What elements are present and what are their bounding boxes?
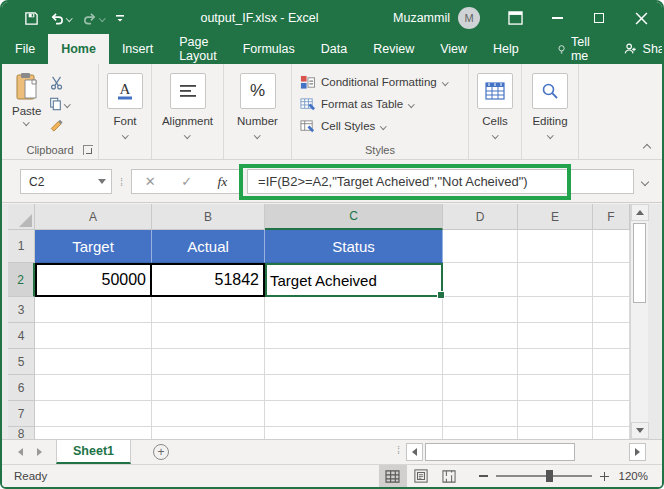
- prev-sheet-icon[interactable]: [18, 448, 23, 456]
- alignment-dropdown-icon[interactable]: [184, 132, 190, 138]
- cell[interactable]: [443, 401, 518, 427]
- cell[interactable]: [593, 349, 630, 375]
- number-dropdown-icon[interactable]: [254, 132, 260, 138]
- row-header-6[interactable]: 6: [8, 375, 35, 401]
- cell[interactable]: [35, 401, 152, 427]
- vertical-scroll-thumb[interactable]: [633, 223, 646, 303]
- editing-dropdown-icon[interactable]: [547, 132, 553, 138]
- cell[interactable]: [35, 375, 152, 401]
- tab-help[interactable]: Help: [480, 34, 532, 64]
- tab-review[interactable]: Review: [360, 34, 427, 64]
- column-header-a[interactable]: A: [35, 204, 152, 230]
- format-painter-icon[interactable]: [49, 118, 64, 132]
- paste-button[interactable]: Paste: [12, 72, 41, 132]
- select-all-button[interactable]: [8, 204, 35, 230]
- row-header-1[interactable]: 1: [8, 230, 35, 263]
- cell[interactable]: [518, 323, 593, 349]
- cell[interactable]: [443, 349, 518, 375]
- tab-view[interactable]: View: [427, 34, 480, 64]
- collapse-ribbon-icon[interactable]: [643, 144, 651, 152]
- format-as-table-dropdown-icon[interactable]: [408, 101, 414, 107]
- column-header-d[interactable]: D: [443, 204, 518, 230]
- cell[interactable]: [443, 375, 518, 401]
- cell[interactable]: [443, 230, 518, 263]
- copy-dropdown-icon[interactable]: [64, 101, 70, 107]
- cells-group[interactable]: Cells: [469, 64, 522, 159]
- tab-data[interactable]: Data: [308, 34, 360, 64]
- font-group[interactable]: A Font: [99, 64, 152, 159]
- cell[interactable]: [443, 323, 518, 349]
- cell[interactable]: [265, 375, 443, 401]
- scroll-up-icon[interactable]: [631, 204, 649, 221]
- cell[interactable]: [152, 401, 265, 427]
- cell[interactable]: [265, 297, 443, 323]
- zoom-slider[interactable]: [496, 475, 592, 477]
- minimize-button[interactable]: [536, 2, 578, 34]
- horizontal-scroll-thumb[interactable]: [425, 443, 575, 461]
- redo-dropdown-icon[interactable]: [99, 15, 105, 21]
- conditional-formatting-button[interactable]: Conditional Formatting: [300, 71, 468, 93]
- tab-page-layout[interactable]: Page Layout: [166, 34, 230, 64]
- cancel-icon[interactable]: ✕: [145, 174, 156, 189]
- cell[interactable]: [518, 401, 593, 427]
- cell[interactable]: [35, 297, 152, 323]
- vertical-scrollbar[interactable]: [630, 204, 648, 439]
- scroll-down-icon[interactable]: [631, 422, 649, 439]
- row-header-3[interactable]: 3: [8, 297, 35, 323]
- cell-B1[interactable]: Actual: [152, 230, 265, 263]
- page-layout-view-icon[interactable]: [407, 465, 435, 488]
- cell[interactable]: [443, 297, 518, 323]
- cell-styles-dropdown-icon[interactable]: [380, 123, 386, 129]
- cell[interactable]: [593, 263, 630, 297]
- cell[interactable]: [152, 349, 265, 375]
- cell[interactable]: [265, 349, 443, 375]
- cell[interactable]: [518, 263, 593, 297]
- cut-icon[interactable]: [49, 76, 65, 90]
- name-box-dropdown-icon[interactable]: [93, 170, 111, 193]
- cell[interactable]: [443, 263, 518, 297]
- tab-home[interactable]: Home: [48, 34, 109, 64]
- tab-file[interactable]: File: [2, 34, 48, 64]
- share-button[interactable]: Share: [607, 34, 664, 64]
- column-header-c[interactable]: C: [265, 204, 443, 230]
- cell[interactable]: [518, 297, 593, 323]
- cell[interactable]: [35, 323, 152, 349]
- scroll-left-icon[interactable]: [406, 443, 423, 461]
- row-header-7[interactable]: 7: [8, 401, 35, 427]
- tab-insert[interactable]: Insert: [109, 34, 166, 64]
- undo-dropdown-icon[interactable]: [66, 15, 72, 21]
- format-as-table-button[interactable]: Format as Table: [300, 93, 468, 115]
- number-group[interactable]: % Number: [224, 64, 292, 159]
- horizontal-scrollbar[interactable]: [406, 443, 646, 461]
- ribbon-display-options-icon[interactable]: [494, 2, 536, 34]
- name-box[interactable]: C2: [20, 169, 112, 194]
- zoom-level[interactable]: 120%: [619, 470, 648, 482]
- cell[interactable]: [518, 230, 593, 263]
- zoom-out-icon[interactable]: [479, 475, 488, 477]
- close-button[interactable]: [620, 2, 662, 34]
- user-block[interactable]: Muzammil M: [393, 7, 480, 29]
- cells-dropdown-icon[interactable]: [492, 132, 498, 138]
- enter-icon[interactable]: ✓: [181, 174, 192, 189]
- cell[interactable]: [265, 323, 443, 349]
- cell[interactable]: [265, 401, 443, 427]
- cell[interactable]: [35, 349, 152, 375]
- cell[interactable]: [593, 401, 630, 427]
- font-dropdown-icon[interactable]: [122, 132, 128, 138]
- customize-qat-icon[interactable]: [114, 12, 126, 24]
- expand-formula-bar-icon[interactable]: [634, 179, 656, 185]
- avatar[interactable]: M: [458, 7, 480, 29]
- redo-button[interactable]: [82, 11, 105, 26]
- editing-group[interactable]: Editing: [522, 64, 579, 159]
- row-header-4[interactable]: 4: [8, 323, 35, 349]
- alignment-group[interactable]: Alignment: [152, 64, 224, 159]
- column-header-e[interactable]: E: [518, 204, 593, 230]
- cell-C2-active[interactable]: Target Acheived: [265, 263, 443, 297]
- formula-input[interactable]: =IF(B2>=A2,"Target Acheived","Not Acheiv…: [247, 169, 634, 194]
- cell[interactable]: [518, 375, 593, 401]
- page-break-preview-icon[interactable]: [435, 465, 463, 488]
- normal-view-icon[interactable]: [379, 465, 407, 488]
- scroll-right-icon[interactable]: [629, 443, 646, 461]
- new-sheet-button[interactable]: +: [153, 440, 169, 464]
- cell[interactable]: [593, 323, 630, 349]
